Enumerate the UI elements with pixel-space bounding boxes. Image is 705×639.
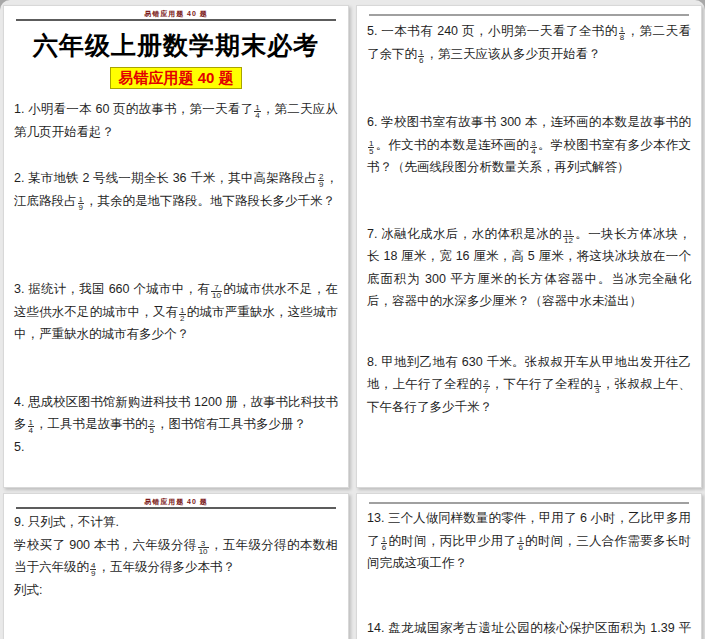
question-9-body: 学校买了 900 本书，六年级分得310，五年级分得的本数相当于六年级的49，五… xyxy=(14,534,338,579)
question-6: 6. 学校图书室有故事书 300 本，连环画的本数是故事书的15。作文书的本数是… xyxy=(367,111,691,179)
document-canvas[interactable]: 易错应用题 40 题 六年级上册数学期末必考 易错应用题 40 题 1. 小明看… xyxy=(0,0,705,639)
question-5-stub: 5. xyxy=(14,436,338,459)
page-4: 13. 三个人做同样数量的零件，甲用了 6 小时，乙比甲多用了16的时间，丙比甲… xyxy=(356,493,702,639)
header-rule xyxy=(369,502,689,504)
page-2: 5. 一本书有 240 页，小明第一天看了全书的18，第二天看了余下的16，第三… xyxy=(356,5,702,488)
question-7: 7. 冰融化成水后，水的体积是冰的1112。一块长方体冰块，长 18 厘米，宽 … xyxy=(367,223,691,313)
page-3: 易错应用题 40 题 9. 只列式，不计算. 学校买了 900 本书，六年级分得… xyxy=(3,493,349,639)
question-1: 1. 小明看一本 60 页的故事书，第一天看了14，第二天应从第几页开始看起？ xyxy=(14,98,338,143)
question-9-answer-label: 列式: xyxy=(14,579,338,602)
page-1: 易错应用题 40 题 六年级上册数学期末必考 易错应用题 40 题 1. 小明看… xyxy=(3,5,349,488)
question-8: 8. 甲地到乙地有 630 千米。张叔叔开车从甲地出发开往乙地，上午行了全程的2… xyxy=(367,351,691,419)
header-rule xyxy=(369,14,689,16)
question-2: 2. 某市地铁 2 号线一期全长 36 千米，其中高架路段占29，江底路段占19… xyxy=(14,167,338,212)
page-title: 六年级上册数学期末必考 xyxy=(14,30,338,60)
question-3: 3. 据统计，我国 660 个城市中，有710的城市供水不足，在这些供水不足的城… xyxy=(14,278,338,346)
question-14: 14. 盘龙城国家考古遗址公园的核心保护区面积为 1.39 平方千米，比公园规划… xyxy=(367,617,691,639)
question-4: 4. 思成校区图书馆新购进科技书 1200 册，故事书比科技书多14，工具书是故… xyxy=(14,391,338,436)
subtitle-badge-row: 易错应用题 40 题 xyxy=(14,67,338,89)
running-header: 易错应用题 40 题 xyxy=(14,497,338,506)
question-5: 5. 一本书有 240 页，小明第一天看了全书的18，第二天看了余下的16，第三… xyxy=(367,20,691,65)
running-header: 易错应用题 40 题 xyxy=(14,9,338,18)
subtitle-badge: 易错应用题 40 题 xyxy=(110,67,241,89)
header-rule xyxy=(16,19,336,21)
header-rule xyxy=(16,507,336,509)
question-9-heading: 9. 只列式，不计算. xyxy=(14,511,338,534)
question-13: 13. 三个人做同样数量的零件，甲用了 6 小时，乙比甲多用了16的时间，丙比甲… xyxy=(367,507,691,575)
